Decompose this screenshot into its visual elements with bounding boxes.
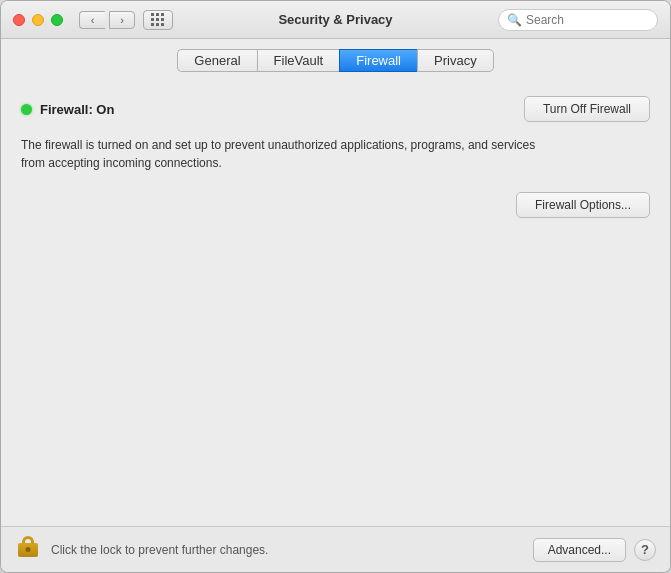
bottom-right-controls: Advanced... ? xyxy=(533,538,656,562)
titlebar: ‹ › Security & Privacy 🔍 xyxy=(1,1,670,39)
tab-firewall[interactable]: Firewall xyxy=(339,49,417,72)
back-button[interactable]: ‹ xyxy=(79,11,105,29)
close-button[interactable] xyxy=(13,14,25,26)
firewall-status-dot xyxy=(21,104,32,115)
search-input[interactable] xyxy=(526,13,649,27)
grid-view-button[interactable] xyxy=(143,10,173,30)
help-button[interactable]: ? xyxy=(634,539,656,561)
firewall-description: The firewall is turned on and set up to … xyxy=(21,136,541,172)
lock-text: Click the lock to prevent further change… xyxy=(51,543,533,557)
search-icon: 🔍 xyxy=(507,13,522,27)
tabs-bar: General FileVault Firewall Privacy xyxy=(1,39,670,80)
search-box[interactable]: 🔍 xyxy=(498,9,658,31)
grid-icon xyxy=(151,13,165,27)
minimize-button[interactable] xyxy=(32,14,44,26)
firewall-options-button[interactable]: Firewall Options... xyxy=(516,192,650,218)
lock-icon[interactable] xyxy=(15,534,41,566)
turn-off-firewall-button[interactable]: Turn Off Firewall xyxy=(524,96,650,122)
traffic-lights xyxy=(13,14,63,26)
options-row: Firewall Options... xyxy=(21,192,650,218)
security-privacy-window: ‹ › Security & Privacy 🔍 General FileVau… xyxy=(0,0,671,573)
window-title: Security & Privacy xyxy=(278,12,392,27)
firewall-status-left: Firewall: On xyxy=(21,102,114,117)
main-content: Firewall: On Turn Off Firewall The firew… xyxy=(1,80,670,526)
tab-general[interactable]: General xyxy=(177,49,256,72)
advanced-button[interactable]: Advanced... xyxy=(533,538,626,562)
tab-filevault[interactable]: FileVault xyxy=(257,49,340,72)
firewall-status-label: Firewall: On xyxy=(40,102,114,117)
forward-button[interactable]: › xyxy=(109,11,135,29)
nav-buttons: ‹ › xyxy=(79,11,135,29)
lock-keyhole xyxy=(26,547,31,552)
maximize-button[interactable] xyxy=(51,14,63,26)
bottom-bar: Click the lock to prevent further change… xyxy=(1,526,670,572)
firewall-status-row: Firewall: On Turn Off Firewall xyxy=(21,96,650,122)
tab-privacy[interactable]: Privacy xyxy=(417,49,494,72)
lock-body xyxy=(18,543,38,557)
